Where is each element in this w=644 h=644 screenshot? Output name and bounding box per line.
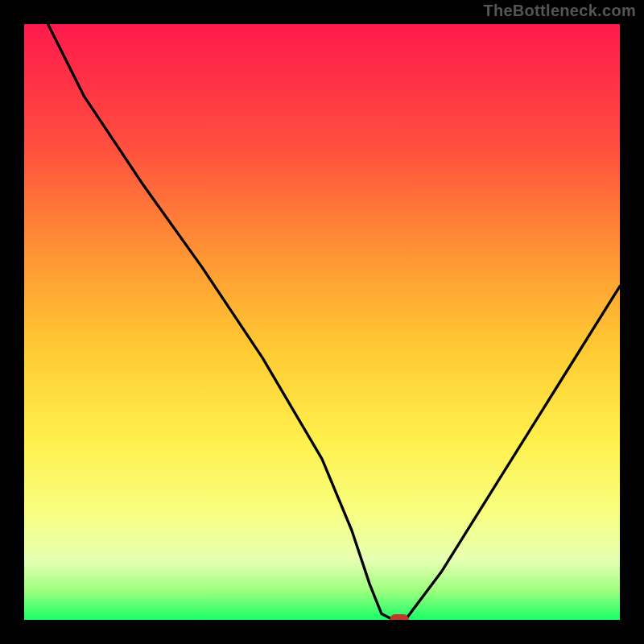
bottleneck-curve <box>24 24 620 620</box>
watermark-text: TheBottleneck.com <box>483 2 636 20</box>
chart-frame: TheBottleneck.com <box>0 0 644 644</box>
plot-area <box>24 24 620 620</box>
optimum-marker <box>390 614 409 620</box>
